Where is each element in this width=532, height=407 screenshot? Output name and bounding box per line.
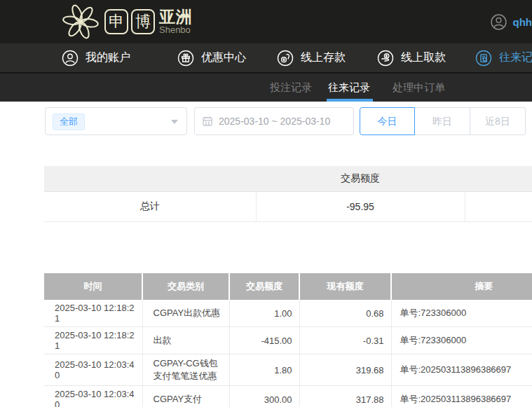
- nav-item-label: 往来记录: [499, 50, 532, 65]
- col-header-balance: 现有额度: [299, 273, 391, 300]
- cell-type: CGPAY-CG钱包支付笔笔送优惠: [142, 354, 229, 386]
- summary-total-row: 总计 -95.95: [44, 191, 532, 221]
- cell-time: 2025-03-10 12:18:21: [44, 327, 142, 354]
- user-icon: [62, 50, 79, 67]
- cell-type: 出款: [142, 327, 229, 354]
- col-header-type: 交易类别: [142, 273, 229, 300]
- deposit-hand-coin-icon: [277, 50, 294, 67]
- nav-item-label: 线上存款: [301, 50, 346, 65]
- cell-note: 单号:723306000: [391, 300, 532, 327]
- table-row: 2025-03-10 12:18:21 CGPAY出款优惠 1.00 0.68 …: [44, 300, 532, 327]
- tab-pending-orders[interactable]: 处理中订单: [393, 74, 445, 102]
- record-tabs: 投注记录 往来记录 处理中订单: [0, 72, 532, 102]
- calendar-icon: [202, 116, 213, 127]
- cell-type: CGPAY支付: [142, 386, 229, 407]
- summary-table: 交易额度 总计 -95.95: [44, 166, 532, 222]
- cell-note: 单号:202503113896386697: [391, 354, 532, 386]
- cell-balance: -0.31: [299, 327, 391, 354]
- cell-balance: 317.88: [299, 386, 391, 407]
- withdraw-hand-money-icon: [377, 50, 394, 67]
- yesterday-button[interactable]: 昨日: [415, 107, 470, 135]
- logo-char-box: 申: [104, 9, 128, 34]
- today-button[interactable]: 今日: [360, 107, 415, 135]
- transaction-record-icon: [475, 50, 492, 67]
- col-header-time: 时间: [44, 273, 142, 300]
- cell-amount: 1.80: [229, 354, 299, 386]
- cell-amount: 300.00: [229, 386, 299, 407]
- type-select[interactable]: 全部: [45, 107, 187, 135]
- summary-empty-cell: [465, 191, 532, 221]
- user-account-menu[interactable]: qhh: [490, 0, 532, 43]
- table-row: 2025-03-10 12:03:40 CGPAY支付 300.00 317.8…: [44, 386, 532, 407]
- cell-time: 2025-03-10 12:18:21: [44, 300, 142, 327]
- cell-type: CGPAY出款优惠: [142, 300, 229, 327]
- summary-header-row: 交易额度: [44, 166, 532, 191]
- quick-date-buttons: 今日 昨日 近8日: [360, 107, 526, 135]
- nav-item-withdraw[interactable]: 线上取款: [377, 43, 446, 72]
- main-nav: 我的账户 优惠中心 线上存款: [0, 43, 532, 72]
- date-range-value: 2025-03-10 ~ 2025-03-10: [219, 116, 330, 127]
- brand-logo[interactable]: 申 博 亚洲 Shenbo: [60, 0, 193, 43]
- cell-amount: 1.00: [229, 300, 299, 327]
- cell-note: 单号:723306000: [391, 327, 532, 354]
- table-header-row: 时间 交易类别 交易额度 现有额度 摘要: [44, 273, 532, 300]
- gift-icon: [177, 50, 194, 67]
- summary-header-empty: [465, 166, 532, 191]
- cell-time: 2025-03-10 12:03:40: [44, 386, 142, 407]
- content-area: 全部 2025-03-10 ~ 2025-03-10 今日 昨日 近8日 交易额…: [0, 102, 532, 407]
- table-row: 2025-03-10 12:03:40 CGPAY-CG钱包支付笔笔送优惠 1.…: [44, 354, 532, 386]
- logo-char-box: 博: [131, 9, 155, 34]
- chevron-down-icon: [171, 120, 178, 124]
- last-8-days-button[interactable]: 近8日: [470, 107, 526, 135]
- type-select-tag: 全部: [53, 113, 85, 130]
- nav-item-transaction-records[interactable]: 往来记录: [475, 43, 532, 72]
- tab-bet-records[interactable]: 投注记录: [270, 74, 312, 102]
- summary-total-value: -95.95: [256, 191, 465, 221]
- summary-header-empty: [44, 166, 256, 191]
- col-header-amount: 交易额度: [229, 273, 299, 300]
- date-range-input[interactable]: 2025-03-10 ~ 2025-03-10: [194, 107, 354, 135]
- cell-note: 单号:202503113896386697: [391, 386, 532, 407]
- nav-item-my-account[interactable]: 我的账户: [62, 43, 130, 72]
- table-row: 2025-03-10 12:18:21 出款 -415.00 -0.31 单号:…: [44, 327, 532, 354]
- nav-item-label: 线上取款: [401, 50, 446, 65]
- cell-balance: 319.68: [299, 354, 391, 386]
- transactions-table: 时间 交易类别 交易额度 现有额度 摘要 2025-03-10 12:18:21…: [44, 273, 532, 407]
- nav-item-deposit[interactable]: 线上存款: [277, 43, 346, 72]
- summary-header-amount: 交易额度: [256, 166, 465, 191]
- nav-item-promotions[interactable]: 优惠中心: [177, 43, 246, 72]
- top-brand-bar: 申 博 亚洲 Shenbo qhh: [0, 0, 532, 43]
- col-header-note: 摘要: [391, 273, 532, 300]
- brand-subtitle: Shenbo: [159, 25, 193, 35]
- summary-total-label: 总计: [44, 191, 256, 221]
- nav-item-label: 优惠中心: [201, 50, 246, 65]
- cell-amount: -415.00: [229, 327, 299, 354]
- brand-region-text: 亚洲: [159, 9, 193, 25]
- username: qhh: [513, 16, 532, 28]
- cell-time: 2025-03-10 12:03:40: [44, 354, 142, 386]
- nav-item-label: 我的账户: [86, 50, 130, 65]
- flower-logo-icon: [60, 2, 101, 41]
- cell-balance: 0.68: [299, 300, 391, 327]
- tab-transaction-records[interactable]: 往来记录: [328, 74, 370, 102]
- avatar-icon: [490, 13, 507, 31]
